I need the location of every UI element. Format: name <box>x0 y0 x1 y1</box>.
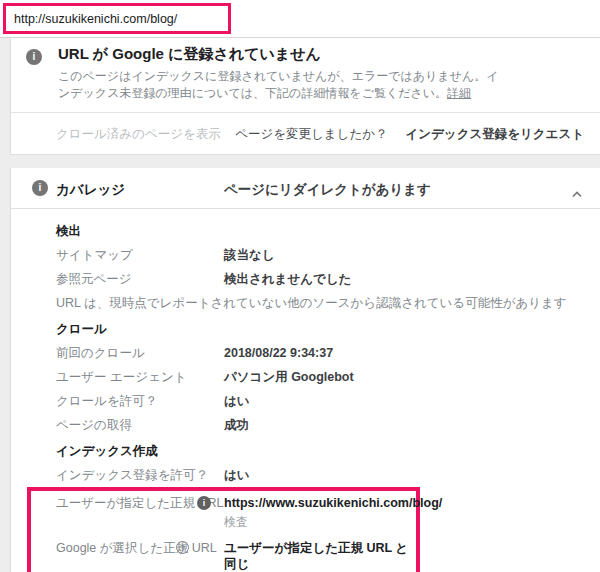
info-icon[interactable]: i <box>197 496 211 510</box>
row-value: 検出されませんでした <box>224 267 351 291</box>
row-label: クロールを許可？ <box>56 389 224 413</box>
page-changed-label: ページを変更しましたか？ <box>235 126 387 143</box>
table-row: 参照元ページ 検出されませんでした <box>11 267 600 291</box>
verdict-card: i URL が Google に登録されていません このページはインデックスに登… <box>10 38 600 155</box>
row-label: 参照元ページ <box>56 267 224 291</box>
row-label: サイトマップ <box>56 243 224 267</box>
table-row: インデックス登録を許可？ はい <box>11 463 600 487</box>
detection-note: URL は、現時点でレポートされていない他のソースから認識されている可能性があり… <box>11 291 600 315</box>
row-label: Google が選択した正規 URL <box>56 540 224 572</box>
row-label: 前回のクロール <box>56 341 224 365</box>
verdict-description: このページはインデックスに登録されていませんが、エラーではありません。イ ンデッ… <box>58 68 498 102</box>
section-title-crawl: クロール <box>11 317 600 341</box>
verdict-description-line1: このページはインデックスに登録されていませんが、エラーではありません。イ <box>58 69 498 83</box>
row-label: インデックス登録を許可？ <box>56 463 224 487</box>
table-row: サイトマップ 該当なし <box>11 243 600 267</box>
table-row-user-canonical: ユーザーが指定した正規 URL i https://www.suzukikeni… <box>31 495 416 530</box>
user-canonical-url: https://www.suzukikenichi.com/blog/ <box>224 495 442 511</box>
row-label: ページの取得 <box>56 413 224 437</box>
inspect-link[interactable]: 検査 <box>224 514 442 530</box>
request-indexing-button[interactable]: インデックス登録をリクエスト <box>405 126 584 143</box>
url-inspection-bar: http://suzukikenichi.com/blog/ <box>0 0 600 38</box>
google-canonical-value: ユーザーが指定した正規 URL と同じ <box>224 540 416 572</box>
table-row: ページの取得 成功 <box>11 413 600 437</box>
row-value-group: https://www.suzukikenichi.com/blog/ 検査 <box>224 495 442 530</box>
row-label: ユーザー エージェント <box>56 365 224 389</box>
verdict-title: URL が Google に登録されていません <box>58 45 321 64</box>
coverage-body: 検出 サイトマップ 該当なし 参照元ページ 検出されませんでした URL は、現… <box>11 209 600 572</box>
table-row: 前回のクロール 2018/08/22 9:34:37 <box>11 341 600 365</box>
table-row-google-canonical: Google が選択した正規 URL ? ユーザーが指定した正規 URL と同じ <box>31 540 416 572</box>
row-value: 2018/08/22 9:34:37 <box>224 341 333 365</box>
details-link[interactable]: 詳細 <box>447 86 471 100</box>
row-value: 成功 <box>224 413 249 437</box>
coverage-header[interactable]: i カバレッジ ページにリダイレクトがあります <box>11 168 600 209</box>
coverage-card: i カバレッジ ページにリダイレクトがあります 検出 サイトマップ 該当なし 参… <box>10 168 600 572</box>
row-value: パソコン用 Googlebot <box>224 365 354 389</box>
section-title-detection: 検出 <box>11 219 600 243</box>
info-icon: i <box>26 49 42 65</box>
coverage-title: カバレッジ <box>56 181 125 199</box>
view-crawled-page-button[interactable]: クロール済みのページを表示 <box>56 126 221 143</box>
table-row: ユーザー エージェント パソコン用 Googlebot <box>11 365 600 389</box>
canonical-highlight-annotation: ユーザーが指定した正規 URL i https://www.suzukikeni… <box>27 487 420 572</box>
table-row: クロールを許可？ はい <box>11 389 600 413</box>
chevron-up-icon[interactable] <box>571 184 583 202</box>
verdict-description-line2: ンデックス未登録の理由については、下記の詳細情報をご覧ください。 <box>58 86 447 100</box>
row-value: はい <box>224 463 250 487</box>
verdict-footer: クロール済みのページを表示 ページを変更しましたか？ インデックス登録をリクエス… <box>11 112 600 155</box>
row-value: はい <box>224 389 250 413</box>
help-icon[interactable]: ? <box>176 541 189 554</box>
info-icon: i <box>32 180 48 196</box>
coverage-status: ページにリダイレクトがあります <box>224 181 431 199</box>
section-title-indexing: インデックス作成 <box>11 439 600 463</box>
row-value: 該当なし <box>224 243 275 267</box>
url-highlight-annotation: http://suzukikenichi.com/blog/ <box>3 3 231 34</box>
inspected-url-input[interactable]: http://suzukikenichi.com/blog/ <box>14 12 177 26</box>
